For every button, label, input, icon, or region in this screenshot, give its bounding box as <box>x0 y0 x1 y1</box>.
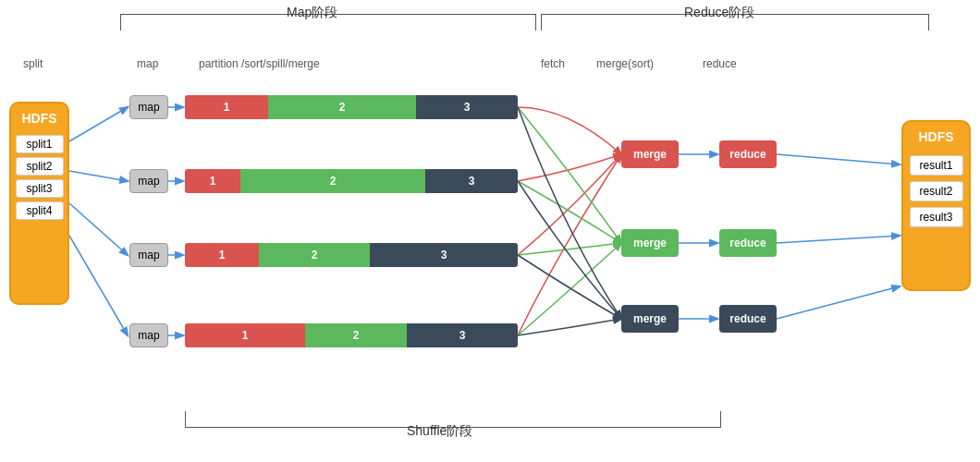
part4-seg3: 3 <box>407 323 518 347</box>
part1-seg3: 3 <box>416 95 518 119</box>
part1-seg2: 2 <box>268 95 416 119</box>
svg-line-11 <box>777 154 900 164</box>
reduce-box-1: reduce <box>719 140 777 168</box>
part2-seg1: 1 <box>185 169 240 193</box>
map-box-2: map <box>129 169 168 193</box>
merge-box-3: merge <box>621 305 679 333</box>
result3-item: result3 <box>910 207 963 227</box>
hdfs-right-box: HDFS result1 result2 result3 <box>901 120 971 291</box>
svg-line-2 <box>69 203 128 255</box>
reduce-box-3: reduce <box>719 305 777 333</box>
merge-box-2: merge <box>621 229 679 257</box>
svg-line-12 <box>777 236 900 243</box>
part4-seg2: 2 <box>305 323 407 347</box>
hdfs-right-label: HDFS <box>918 129 953 144</box>
shuffle-stage-label: Shuffle阶段 <box>407 423 472 440</box>
map-box-4: map <box>129 323 168 347</box>
reduce-box-2: reduce <box>719 229 777 257</box>
col-fetch-label: fetch <box>541 57 565 70</box>
result2-item: result2 <box>910 181 963 201</box>
svg-line-13 <box>777 286 900 319</box>
col-partition-label: partition /sort/spill/merge <box>199 57 320 70</box>
partition-bar-3: 1 2 3 <box>185 243 518 267</box>
svg-line-0 <box>69 107 128 141</box>
result1-item: result1 <box>910 155 963 176</box>
split3-item: split3 <box>16 179 64 198</box>
col-reduce-label: reduce <box>703 57 737 70</box>
hdfs-left-box: HDFS split1 split2 split3 split4 <box>9 102 69 305</box>
part3-seg3: 3 <box>370 243 518 267</box>
part3-seg2: 2 <box>259 243 370 267</box>
hdfs-left-label: HDFS <box>21 111 56 126</box>
map-box-3: map <box>129 243 168 267</box>
col-map-label: map <box>137 57 158 70</box>
part2-seg2: 2 <box>240 169 425 193</box>
split1-item: split1 <box>16 135 64 153</box>
map-box-1: map <box>129 95 168 119</box>
col-mergesort-label: merge(sort) <box>596 57 654 70</box>
reduce-stage-label: Reduce阶段 <box>684 5 754 21</box>
partition-bar-1: 1 2 3 <box>185 95 518 119</box>
part3-seg1: 1 <box>185 243 259 267</box>
part4-seg1: 1 <box>185 323 305 347</box>
svg-line-3 <box>69 236 128 335</box>
partition-bar-4: 1 2 3 <box>185 323 518 347</box>
svg-line-1 <box>69 171 128 181</box>
part1-seg1: 1 <box>185 95 268 119</box>
split4-item: split4 <box>16 201 64 220</box>
split2-item: split2 <box>16 157 64 176</box>
col-split-label: split <box>23 57 43 70</box>
merge-box-1: merge <box>621 140 679 168</box>
map-stage-label: Map阶段 <box>287 5 337 21</box>
diagram-container: split map partition /sort/spill/merge fe… <box>0 0 980 462</box>
partition-bar-2: 1 2 3 <box>185 169 518 193</box>
part2-seg3: 3 <box>425 169 518 193</box>
